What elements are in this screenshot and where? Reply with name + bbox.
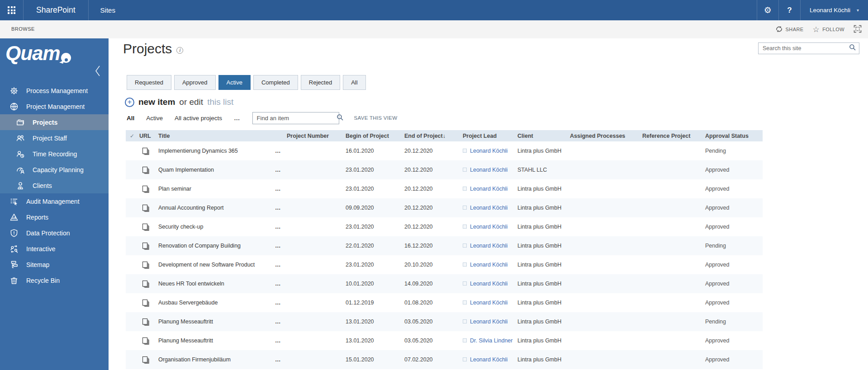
- tab-browse[interactable]: BROWSE: [11, 26, 35, 32]
- project-lead-link[interactable]: Leonard Köchli: [470, 167, 508, 173]
- row-menu-button[interactable]: …: [274, 167, 286, 173]
- table-row[interactable]: Planung Messeauftritt…13.01.202003.05.20…: [126, 312, 763, 331]
- settings-button[interactable]: ⚙: [757, 0, 778, 20]
- row-title[interactable]: Organisation Firmenjubiläum: [157, 356, 274, 363]
- view-active[interactable]: Active: [146, 115, 163, 122]
- row-title[interactable]: Implementierung Dynamics 365: [157, 148, 274, 154]
- sidebar-item-time-recording[interactable]: Time Recording: [0, 146, 109, 162]
- row-title[interactable]: Renovation of Company Building: [157, 243, 274, 249]
- filter-requested[interactable]: Requested: [127, 75, 171, 90]
- user-menu[interactable]: Leonard Köchli ▾: [800, 0, 868, 20]
- project-lead-link[interactable]: Leonard Köchli: [470, 356, 508, 363]
- row-title[interactable]: Planung Messeauftritt: [157, 318, 274, 325]
- sidebar-item-projects[interactable]: Projects: [0, 114, 109, 130]
- project-lead-link[interactable]: Leonard Köchli: [470, 205, 508, 211]
- column-header-project-number[interactable]: Project Number: [286, 133, 345, 139]
- table-row[interactable]: Neues HR Tool entwickeln…10.01.202014.09…: [126, 274, 763, 293]
- project-lead-link[interactable]: Leonard Köchli: [470, 318, 508, 325]
- project-lead-link[interactable]: Leonard Köchli: [470, 300, 508, 306]
- row-title[interactable]: Planung Messeauftritt: [157, 337, 274, 344]
- filter-all[interactable]: All: [343, 75, 365, 90]
- project-lead-link[interactable]: Dr. Silvia Lindner: [470, 337, 513, 344]
- project-lead-link[interactable]: Leonard Köchli: [470, 186, 508, 192]
- project-lead-link[interactable]: Leonard Köchli: [470, 148, 508, 154]
- view-all-active-projects[interactable]: All active projects: [175, 115, 222, 122]
- edit-list-link[interactable]: or edit: [179, 97, 203, 107]
- plus-icon[interactable]: +: [125, 98, 134, 107]
- sidebar-collapse-button[interactable]: [94, 65, 101, 79]
- column-header-client[interactable]: Client: [517, 133, 569, 139]
- sidebar-item-reports[interactable]: Reports: [0, 209, 109, 225]
- column-header-end-of-project[interactable]: End of Project↓: [403, 133, 462, 139]
- share-button[interactable]: SHARE: [775, 25, 804, 34]
- project-lead-link[interactable]: Leonard Köchli: [470, 243, 508, 249]
- search-icon[interactable]: [849, 44, 856, 53]
- row-title[interactable]: Neues HR Tool entwickeln: [157, 281, 274, 287]
- table-row[interactable]: Annual Accounting Report…09.09.202020.12…: [126, 198, 763, 217]
- row-title[interactable]: Security check-up: [157, 224, 274, 230]
- filter-completed[interactable]: Completed: [253, 75, 298, 90]
- sidebar-item-process-management[interactable]: Process Management: [0, 83, 109, 98]
- sidebar-item-sitemap[interactable]: Sitemap: [0, 257, 109, 272]
- sidebar-item-recycle-bin[interactable]: Recycle Bin: [0, 272, 109, 288]
- help-button[interactable]: ?: [778, 0, 800, 20]
- table-row[interactable]: Ausbau Servergebäude…01.12.201901.08.202…: [126, 293, 763, 312]
- focus-content-button[interactable]: [854, 25, 862, 34]
- column-header-url[interactable]: URL: [138, 133, 157, 139]
- table-row[interactable]: Security check-up…23.01.202020.12.2020Le…: [126, 217, 763, 236]
- table-row[interactable]: Organisation Firmenjubiläum…15.01.202007…: [126, 350, 763, 369]
- sidebar-item-interactive[interactable]: Interactive: [0, 241, 109, 257]
- column-header-approval-status[interactable]: Approval Status: [704, 133, 763, 139]
- table-row[interactable]: Implementierung Dynamics 365…16.01.20202…: [126, 141, 763, 160]
- sites-link[interactable]: Sites: [89, 6, 127, 14]
- table-row[interactable]: Plan seminar…23.01.202020.12.2020Leonard…: [126, 179, 763, 198]
- column-header-begin-of-project[interactable]: Begin of Project: [345, 133, 403, 139]
- sidebar-item-audit-management[interactable]: Audit Management: [0, 193, 109, 209]
- sidebar-item-data-protection[interactable]: Data Protection: [0, 225, 109, 241]
- sidebar-item-project-management[interactable]: Project Management: [0, 98, 109, 114]
- column-header-reference-project[interactable]: Reference Project: [641, 133, 704, 139]
- site-search-input[interactable]: [763, 45, 849, 52]
- row-menu-button[interactable]: …: [274, 186, 286, 192]
- filter-approved[interactable]: Approved: [174, 75, 216, 90]
- row-title[interactable]: Quam Implementation: [157, 167, 274, 173]
- project-lead-link[interactable]: Leonard Köchli: [470, 262, 508, 268]
- sidebar-item-clients[interactable]: $Clients: [0, 178, 109, 193]
- row-menu-button[interactable]: …: [274, 205, 286, 211]
- row-title[interactable]: Ausbau Servergebäude: [157, 300, 274, 306]
- project-lead-link[interactable]: Leonard Köchli: [470, 224, 508, 230]
- view-more-button[interactable]: …: [234, 115, 241, 122]
- search-icon[interactable]: [337, 114, 344, 122]
- row-menu-button[interactable]: …: [274, 300, 286, 306]
- project-lead-link[interactable]: Leonard Köchli: [470, 281, 508, 287]
- app-launcher-button[interactable]: [0, 0, 24, 20]
- row-menu-button[interactable]: …: [274, 262, 286, 268]
- save-view-button[interactable]: SAVE THIS VIEW: [354, 115, 398, 121]
- view-all[interactable]: All: [127, 115, 134, 122]
- row-menu-button[interactable]: …: [274, 148, 286, 154]
- row-menu-button[interactable]: …: [274, 318, 286, 325]
- row-title[interactable]: Plan seminar: [157, 186, 274, 192]
- info-icon[interactable]: i: [176, 47, 183, 54]
- sidebar-item-project-staff[interactable]: Project Staff: [0, 130, 109, 146]
- row-title[interactable]: Annual Accounting Report: [157, 205, 274, 211]
- row-title[interactable]: Development of new Software Product: [157, 262, 274, 268]
- table-row[interactable]: Planung Messeauftritt…13.01.202003.05.20…: [126, 331, 763, 350]
- column-header-project-lead[interactable]: Project Lead: [462, 133, 517, 139]
- column-header-assigned-processes[interactable]: Assigned Processes: [569, 133, 641, 139]
- table-row[interactable]: Quam Implementation…23.01.202020.12.2020…: [126, 160, 763, 179]
- filter-rejected[interactable]: Rejected: [301, 75, 340, 90]
- follow-button[interactable]: ☆ FOLLOW: [813, 25, 845, 34]
- filter-active[interactable]: Active: [218, 75, 251, 90]
- row-menu-button[interactable]: …: [274, 243, 286, 249]
- row-menu-button[interactable]: …: [274, 281, 286, 287]
- find-item-input[interactable]: [257, 115, 337, 122]
- column-header-title[interactable]: Title: [157, 133, 274, 139]
- row-menu-button[interactable]: …: [274, 224, 286, 230]
- table-row[interactable]: Development of new Software Product…23.0…: [126, 255, 763, 274]
- sidebar-item-capacity-planning[interactable]: Capacity Planning: [0, 162, 109, 178]
- new-item-button[interactable]: new item: [138, 97, 175, 107]
- table-row[interactable]: Renovation of Company Building…22.01.202…: [126, 236, 763, 255]
- row-menu-button[interactable]: …: [274, 337, 286, 344]
- row-menu-button[interactable]: …: [274, 356, 286, 363]
